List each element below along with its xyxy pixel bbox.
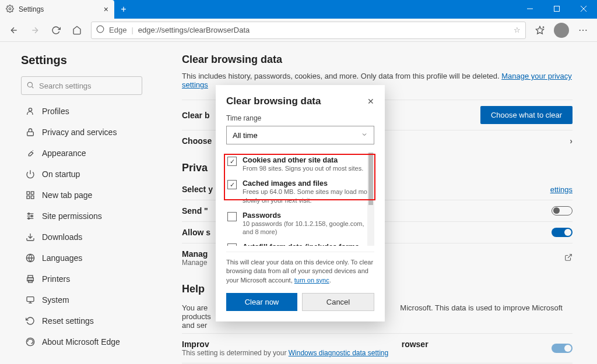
svg-point-11 (27, 82, 32, 87)
time-range-label: Time range (226, 114, 374, 122)
item-title: Autofill form data (includes forms and c… (243, 243, 373, 246)
sidebar-item-label: New tab page (42, 190, 92, 200)
allow-sites-toggle[interactable] (552, 228, 573, 237)
clear-item[interactable]: Cookies and other site dataFrom 98 sites… (226, 153, 374, 176)
sidebar-item-languages[interactable]: Languages (21, 248, 142, 268)
lang-icon (26, 253, 35, 263)
sidebar-item-label: About Microsoft Edge (42, 337, 120, 347)
sidebar-item-profiles[interactable]: Profiles (21, 101, 142, 122)
power-icon (26, 169, 35, 179)
item-subtitle: 10 passwords (for 10.1.2.158, google.com… (243, 220, 373, 236)
modal-title: Clear browsing data (226, 96, 321, 107)
home-button[interactable] (68, 21, 86, 40)
tab-title: Settings (19, 5, 44, 13)
browser-tab[interactable]: Settings × (0, 0, 114, 19)
svg-rect-2 (554, 6, 560, 12)
brush-icon (26, 149, 35, 158)
improve-toggle (552, 344, 573, 353)
svg-rect-14 (27, 132, 34, 136)
diag-link[interactable]: Windows diagnostic data setting (289, 349, 388, 357)
clear-now-label: Clear b (182, 111, 209, 120)
page-title: Clear browsing data (182, 54, 573, 66)
refresh-button[interactable] (47, 21, 65, 40)
sidebar-item-label: Reset settings (42, 316, 94, 326)
separator: | (131, 26, 133, 34)
window-titlebar: Settings × + (0, 0, 597, 19)
minimize-button[interactable] (517, 0, 543, 17)
modal-close-button[interactable]: ✕ (367, 97, 374, 106)
do-not-track-toggle[interactable] (552, 206, 573, 215)
sidebar-item-system[interactable]: System (21, 289, 142, 310)
sidebar-item-downloads[interactable]: Downloads (21, 227, 142, 248)
sidebar-item-new-tab-page[interactable]: New tab page (21, 185, 142, 206)
checkbox[interactable] (227, 180, 237, 189)
sidebar-item-on-startup[interactable]: On startup (21, 164, 142, 185)
back-button[interactable] (5, 21, 23, 40)
svg-rect-16 (27, 192, 30, 195)
address-bar[interactable]: Edge | edge://settings/clearBrowserData … (91, 22, 526, 39)
new-tab-button[interactable]: + (115, 1, 132, 17)
sidebar-item-label: Profiles (42, 107, 69, 116)
clear-data-list[interactable]: Cookies and other site dataFrom 98 sites… (226, 153, 374, 246)
clear-item[interactable]: Autofill form data (includes forms and c… (226, 239, 374, 246)
person-icon (26, 107, 35, 116)
tracking-settings-link[interactable]: ettings (550, 185, 573, 194)
tab-close-icon[interactable]: × (104, 5, 108, 14)
profile-avatar[interactable] (554, 23, 569, 38)
lock-icon (26, 128, 35, 137)
time-range-select[interactable]: All time (226, 126, 374, 144)
svg-rect-18 (27, 196, 30, 199)
sidebar-item-label: Languages (42, 253, 82, 263)
modal-footer-text: This will clear your data on this device… (226, 252, 374, 285)
external-link-icon[interactable] (564, 253, 573, 263)
clear-now-button[interactable]: Clear now (226, 293, 297, 311)
sidebar-item-label: Printers (42, 274, 70, 284)
sidebar-title: Settings (21, 54, 142, 67)
identity-label: Edge (109, 26, 127, 34)
menu-button[interactable]: ⋯ (574, 21, 592, 40)
clear-item[interactable]: Cached images and filesFrees up 64.0 MB.… (226, 176, 374, 208)
checkbox[interactable] (227, 243, 237, 246)
do-not-track-label: Send " (182, 206, 208, 215)
sidebar-item-site-permissions[interactable]: Site permissions (21, 206, 142, 227)
sidebar-item-printers[interactable]: Printers (21, 268, 142, 289)
grid-icon (26, 190, 35, 200)
scrollbar-thumb[interactable] (368, 153, 373, 205)
forward-button (26, 21, 44, 40)
cancel-button[interactable]: Cancel (302, 293, 374, 311)
allow-sites-label: Allow s (182, 228, 210, 237)
download-icon (26, 232, 35, 242)
edge-icon (26, 337, 35, 347)
manage-certs-sub: Manage (182, 259, 208, 267)
sidebar-item-appearance[interactable]: Appearance (21, 143, 142, 164)
sidebar-item-label: Site permissions (42, 211, 102, 221)
svg-point-0 (9, 8, 11, 10)
sidebar-item-reset-settings[interactable]: Reset settings (21, 310, 142, 331)
edge-icon (96, 25, 104, 35)
system-icon (26, 295, 35, 305)
sidebar-item-privacy-and-services[interactable]: Privacy and services (21, 122, 142, 143)
search-icon (26, 81, 34, 91)
favorites-button[interactable] (531, 21, 549, 40)
select-tracking-label: Select y (182, 185, 213, 194)
checkbox[interactable] (227, 157, 237, 166)
search-settings-input[interactable]: Search settings (21, 76, 142, 95)
clear-item[interactable]: Passwords10 passwords (for 10.1.2.158, g… (226, 208, 374, 240)
maximize-button[interactable] (543, 0, 570, 17)
chevron-down-icon (361, 131, 368, 140)
settings-sidebar: Settings Search settings ProfilesPrivacy… (0, 42, 163, 364)
close-window-button[interactable] (570, 0, 597, 17)
sidebar-item-about-microsoft-edge[interactable]: About Microsoft Edge (21, 331, 142, 352)
favorite-icon[interactable]: ☆ (514, 26, 521, 34)
sidebar-item-label: Appearance (42, 149, 86, 158)
choose-closed-label: Choose (182, 136, 212, 146)
svg-point-13 (29, 108, 31, 111)
sliders-icon (26, 211, 35, 221)
manage-certs-label: Manag (182, 249, 208, 259)
chevron-right-icon[interactable]: › (570, 136, 573, 146)
turn-on-sync-link[interactable]: turn on sync (294, 277, 329, 284)
checkbox[interactable] (227, 212, 237, 221)
choose-clear-button[interactable]: Choose what to clear (480, 106, 573, 124)
item-title: Passwords (243, 211, 373, 220)
url-text: edge://settings/clearBrowserData (138, 26, 250, 34)
